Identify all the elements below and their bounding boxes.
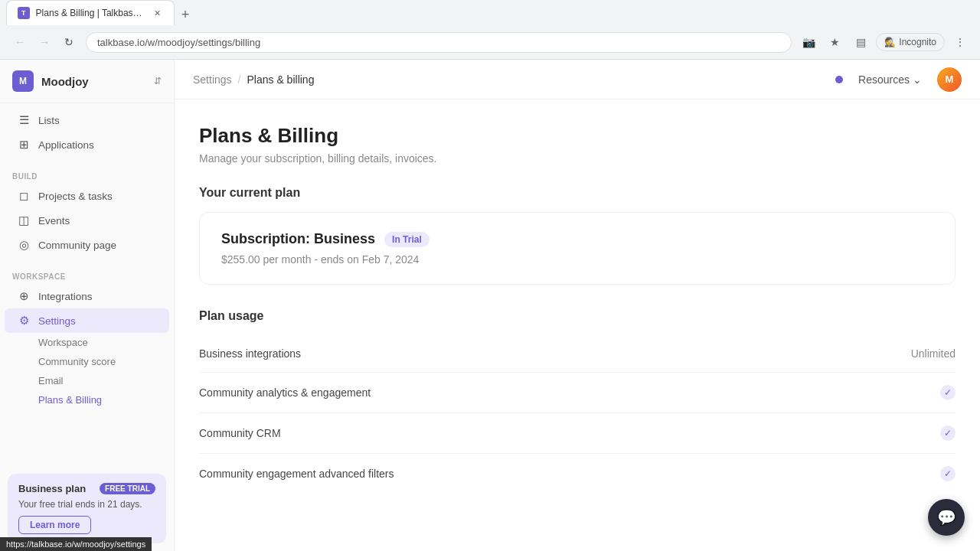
community-engagement-check-icon: ✓: [940, 466, 956, 481]
events-icon: ◫: [17, 214, 31, 227]
sidebar-item-settings[interactable]: ⚙ Settings: [5, 308, 169, 333]
trial-text: Your free trial ends in 21 days.: [18, 499, 155, 510]
sidebar-sub-item-email-label: Email: [38, 375, 64, 386]
build-section: BUILD ◻ Projects & tasks ◫ Events ◎ Comm…: [0, 161, 174, 262]
in-trial-badge: In Trial: [384, 232, 430, 247]
sidebar-item-settings-label: Settings: [38, 315, 76, 327]
free-trial-badge: FREE TRIAL: [100, 483, 155, 494]
integrations-icon: ⊕: [17, 289, 31, 303]
breadcrumb-separator: /: [238, 73, 241, 86]
sidebar-item-events-label: Events: [38, 215, 70, 227]
usage-row-community-crm: Community CRM ✓: [199, 413, 956, 454]
community-analytics-check-icon: ✓: [940, 385, 956, 400]
usage-section-title: Plan usage: [199, 309, 956, 323]
breadcrumb-current: Plans & billing: [247, 73, 314, 86]
new-tab-button[interactable]: +: [175, 4, 196, 25]
workspace-chevron-icon[interactable]: ⇵: [154, 76, 162, 86]
forward-button[interactable]: →: [34, 31, 55, 53]
sidebar-item-applications-label: Applications: [38, 139, 94, 151]
plan-label: Business plan: [18, 483, 86, 494]
sidebar-item-lists-label: Lists: [38, 115, 60, 126]
chat-widget-icon: 💬: [937, 508, 956, 527]
usage-label-community-engagement: Community engagement advanced filters: [199, 468, 394, 480]
sidebar-item-integrations[interactable]: ⊕ Integrations: [5, 284, 169, 308]
camera-icon[interactable]: 📷: [798, 31, 819, 53]
status-url-bar: https://talkbase.io/w/moodjoy/settings: [0, 537, 152, 551]
sidebar: M Moodjoy ⇵ ☰ Lists ⊞ Applications BUILD…: [0, 60, 175, 551]
projects-tasks-icon: ◻: [17, 189, 31, 203]
community-page-icon: ◎: [17, 238, 31, 252]
applications-icon: ⊞: [17, 138, 31, 152]
incognito-label: Incognito: [899, 37, 936, 47]
page-title: Plans & Billing: [199, 124, 956, 148]
sidebar-item-applications[interactable]: ⊞ Applications: [5, 132, 169, 157]
workspace-section: WORKSPACE ⊕ Integrations ⚙ Settings Work…: [0, 262, 174, 414]
sidebar-sub-item-plans-billing[interactable]: Plans & Billing: [5, 390, 169, 409]
business-plan-card: Business plan FREE TRIAL Your free trial…: [8, 474, 166, 543]
active-tab[interactable]: T Plans & Billing | Talkbase.io ✕: [6, 0, 175, 25]
sidebar-sub-item-community-score[interactable]: Community score: [5, 352, 169, 371]
sidebar-item-events[interactable]: ◫ Events: [5, 208, 169, 233]
chat-widget-button[interactable]: 💬: [928, 499, 965, 536]
main-content: Settings / Plans & billing Resources ⌄ M…: [175, 60, 980, 551]
workspace-name-container: M Moodjoy: [12, 70, 89, 92]
tab-close-button[interactable]: ✕: [151, 7, 163, 19]
tab-title: Plans & Billing | Talkbase.io: [36, 8, 145, 18]
back-button[interactable]: ←: [9, 31, 31, 53]
sidebar-header: M Moodjoy ⇵: [0, 60, 174, 103]
resources-button[interactable]: Resources ⌄: [852, 70, 928, 89]
resources-label: Resources: [858, 73, 910, 86]
plan-card-header: Business plan FREE TRIAL: [18, 483, 155, 494]
tab-favicon: T: [18, 7, 30, 19]
page-subtitle: Manage your subscription, billing detail…: [199, 152, 956, 165]
lists-icon: ☰: [17, 113, 31, 127]
sidebar-sub-item-community-score-label: Community score: [38, 356, 116, 367]
bookmark-button[interactable]: ★: [824, 31, 845, 53]
subscription-price: $255.00 per month - ends on Feb 7, 2024: [221, 253, 933, 266]
learn-more-button[interactable]: Learn more: [18, 516, 91, 534]
top-bar: Settings / Plans & billing Resources ⌄ M: [175, 60, 980, 99]
workspace-avatar: M: [12, 70, 34, 92]
breadcrumb: Settings / Plans & billing: [193, 73, 314, 86]
sidebar-item-projects-tasks[interactable]: ◻ Projects & tasks: [5, 184, 169, 208]
sidebar-item-projects-tasks-label: Projects & tasks: [38, 191, 113, 202]
community-crm-check-icon: ✓: [940, 425, 956, 441]
sidebar-sub-item-plans-billing-label: Plans & Billing: [38, 394, 102, 406]
breadcrumb-settings-link[interactable]: Settings: [193, 73, 232, 86]
usage-label-business-integrations: Business integrations: [199, 347, 301, 360]
sidebar-item-community-page[interactable]: ◎ Community page: [5, 233, 169, 257]
top-bar-right: Resources ⌄ M: [835, 67, 962, 92]
usage-row-community-engagement: Community engagement advanced filters ✓: [199, 454, 956, 494]
usage-label-community-crm: Community CRM: [199, 427, 281, 439]
subscription-header: Subscription: Business In Trial: [221, 231, 933, 247]
sidebar-sub-item-workspace[interactable]: Workspace: [5, 333, 169, 352]
sidebar-sub-item-workspace-label: Workspace: [38, 337, 88, 348]
usage-label-community-analytics: Community analytics & engagement: [199, 386, 371, 399]
plan-card: Subscription: Business In Trial $255.00 …: [199, 212, 956, 285]
current-plan-section-title: Your current plan: [199, 186, 956, 200]
sidebar-item-lists[interactable]: ☰ Lists: [5, 108, 169, 132]
workspace-name-label: Moodjoy: [41, 75, 89, 88]
menu-button[interactable]: ⋮: [949, 31, 971, 53]
subscription-title: Subscription: Business: [221, 231, 375, 247]
usage-section: Business integrations Unlimited Communit…: [199, 335, 956, 494]
usage-row-community-analytics: Community analytics & engagement ✓: [199, 373, 956, 413]
workspace-section-label: WORKSPACE: [0, 266, 174, 284]
user-avatar[interactable]: M: [937, 67, 962, 92]
usage-row-business-integrations: Business integrations Unlimited: [199, 335, 956, 373]
main-nav-section: ☰ Lists ⊞ Applications: [0, 103, 174, 161]
incognito-button[interactable]: 🕵 Incognito: [876, 33, 945, 51]
sidebar-sub-item-email[interactable]: Email: [5, 371, 169, 390]
content-area: Plans & Billing Manage your subscription…: [175, 99, 980, 551]
usage-value-business-integrations: Unlimited: [911, 347, 956, 360]
status-url-text: https://talkbase.io/w/moodjoy/settings: [6, 540, 145, 549]
url-text: talkbase.io/w/moodjoy/settings/billing: [97, 37, 260, 48]
address-bar[interactable]: talkbase.io/w/moodjoy/settings/billing: [86, 32, 792, 53]
reload-button[interactable]: ↻: [58, 31, 80, 53]
sidebar-item-integrations-label: Integrations: [38, 291, 93, 302]
build-section-label: BUILD: [0, 166, 174, 184]
sidebar-item-community-page-label: Community page: [38, 240, 116, 251]
sidebar-toggle-button[interactable]: ▤: [850, 31, 871, 53]
status-dot: [835, 76, 843, 83]
resources-chevron-icon: ⌄: [913, 73, 922, 86]
